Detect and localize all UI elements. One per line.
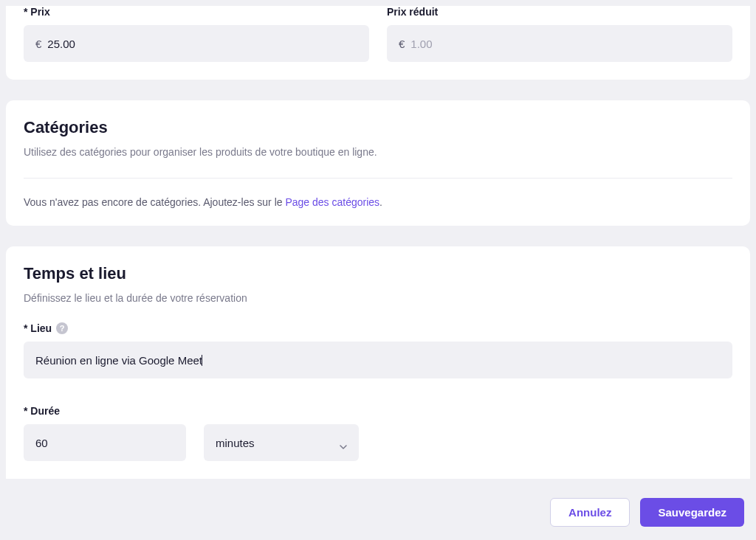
categories-title: Catégories — [24, 118, 732, 137]
save-button[interactable]: Sauvegardez — [640, 498, 744, 527]
price-column: * Prix € — [24, 6, 369, 62]
location-input-wrapper[interactable]: Réunion en ligne via Google Meet — [24, 342, 732, 378]
reduced-price-input-wrapper[interactable]: € — [387, 25, 732, 62]
divider — [24, 178, 732, 179]
duration-unit-text: minutes — [216, 437, 255, 449]
time-location-desc: Définissez le lieu et la durée de votre … — [24, 291, 732, 306]
cancel-button[interactable]: Annulez — [550, 498, 630, 527]
text-caret — [202, 355, 202, 366]
chevron-down-icon — [340, 439, 347, 446]
help-icon[interactable]: ? — [56, 322, 68, 334]
location-input-text: Réunion en ligne via Google Meet — [35, 354, 202, 367]
price-row: * Prix € Prix réduit € — [24, 6, 732, 62]
empty-prefix: Vous n'avez pas encore de catégories. Aj… — [24, 196, 285, 208]
reduced-price-label: Prix réduit — [387, 6, 732, 18]
categories-card: Catégories Utilisez des catégories pour … — [6, 100, 750, 226]
duration-label: * Durée — [24, 405, 732, 417]
price-input[interactable] — [47, 38, 357, 50]
price-input-wrapper[interactable]: € — [24, 25, 369, 62]
duration-row: minutes — [24, 424, 732, 461]
reduced-price-column: Prix réduit € — [387, 6, 732, 62]
empty-suffix: . — [379, 196, 382, 208]
time-location-card: Temps et lieu Définissez le lieu et la d… — [6, 246, 750, 479]
footer-actions: Annulez Sauvegardez — [0, 485, 756, 540]
price-label: * Prix — [24, 6, 369, 18]
pricing-card: * Prix € Prix réduit € — [6, 6, 750, 80]
time-location-title: Temps et lieu — [24, 264, 732, 283]
content-area: * Prix € Prix réduit € Catégories Utilis… — [0, 0, 756, 479]
location-label-text: * Lieu — [24, 322, 52, 334]
location-label: * Lieu ? — [24, 322, 732, 334]
categories-desc: Utilisez des catégories pour organiser l… — [24, 145, 732, 160]
reduced-price-input[interactable] — [410, 38, 721, 50]
currency-symbol: € — [35, 38, 41, 50]
duration-input-wrapper[interactable] — [24, 424, 186, 461]
currency-symbol: € — [399, 38, 405, 50]
categories-page-link[interactable]: Page des catégories — [285, 196, 379, 208]
duration-unit-select[interactable]: minutes — [204, 424, 359, 461]
duration-input[interactable] — [35, 437, 174, 449]
categories-empty-text: Vous n'avez pas encore de catégories. Aj… — [24, 196, 732, 208]
